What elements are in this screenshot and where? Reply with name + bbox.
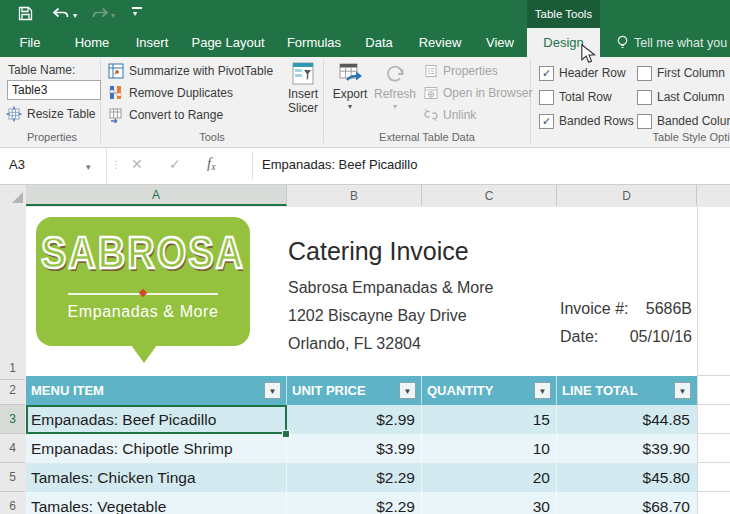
filter-button-quantity[interactable]: ▼: [534, 382, 551, 399]
cell-b4[interactable]: $3.99: [287, 434, 422, 463]
tab-review[interactable]: Review: [419, 28, 462, 57]
logo-title-text: SABROSA: [36, 228, 250, 279]
tab-insert[interactable]: Insert: [136, 28, 169, 57]
column-header-e[interactable]: [697, 185, 730, 206]
column-header-b[interactable]: B: [287, 185, 422, 206]
cell-b5[interactable]: $2.29: [287, 463, 422, 492]
tab-home[interactable]: Home: [75, 28, 110, 57]
filter-button-unit-price[interactable]: ▼: [399, 382, 416, 399]
ribbon-tab-row: File Home Insert Page Layout Formulas Da…: [0, 28, 730, 57]
cell-a6[interactable]: Tamales: Vegetable: [26, 492, 287, 514]
selected-cell-border: [26, 405, 287, 434]
address-line2: Orlando, FL 32804: [288, 335, 421, 353]
tellme-box[interactable]: Tell me what you w: [634, 28, 730, 57]
summarize-with-pivottable-button[interactable]: Summarize with PivotTable: [108, 62, 273, 80]
header-row-checkbox[interactable]: [539, 66, 554, 81]
formula-bar-grip: ⋮: [111, 159, 121, 170]
contextual-tab-label: Table Tools: [535, 8, 592, 20]
cell-a4[interactable]: Empanadas: Chipotle Shrimp: [26, 434, 287, 463]
remove-duplicates-button[interactable]: Remove Duplicates: [108, 84, 233, 102]
export-dropdown-caret: ▾: [348, 102, 352, 111]
row-header-5[interactable]: 5: [0, 463, 25, 492]
tab-file[interactable]: File: [20, 28, 41, 57]
last-column-checkbox[interactable]: [637, 90, 652, 105]
column-header-c[interactable]: C: [422, 185, 557, 206]
tab-data[interactable]: Data: [365, 28, 392, 57]
properties-group-label: Properties: [27, 131, 77, 143]
insert-function-icon[interactable]: fx: [207, 155, 216, 172]
tab-view[interactable]: View: [486, 28, 514, 57]
summarize-with-pivottable-label: Summarize with PivotTable: [129, 64, 273, 78]
insert-slicer-button[interactable]: Insert Slicer: [281, 61, 325, 115]
banded-rows-checkbox[interactable]: [539, 114, 554, 129]
cell-d5[interactable]: $45.80: [557, 463, 697, 492]
undo-icon[interactable]: [52, 8, 69, 21]
cell-a5[interactable]: Tamales: Chicken Tinga: [26, 463, 287, 492]
column-header-a[interactable]: A: [26, 185, 287, 206]
qat-customize-caret[interactable]: ▾: [133, 9, 137, 18]
row-header-1[interactable]: 1: [0, 207, 25, 380]
resize-table-button[interactable]: Resize Table: [6, 105, 95, 123]
refresh-dropdown-caret: ▾: [393, 102, 397, 111]
lightbulb-icon: [616, 35, 629, 50]
cell-d6[interactable]: $68.70: [557, 492, 697, 514]
cell-c4[interactable]: 10: [422, 434, 557, 463]
logo-subtitle: Empanadas & More: [67, 303, 218, 321]
selection-fill-handle[interactable]: [282, 430, 290, 438]
date-value: 05/10/16: [560, 328, 692, 346]
save-icon[interactable]: [18, 6, 33, 21]
external-properties-button: Properties: [424, 62, 498, 80]
redo-icon: [92, 8, 109, 21]
cell-c5[interactable]: 20: [422, 463, 557, 492]
total-row-checkbox[interactable]: [539, 90, 554, 105]
select-all-corner[interactable]: [0, 185, 27, 206]
convert-to-range-icon: [108, 107, 124, 123]
formula-bar-value[interactable]: Empanadas: Beef Picadillo: [262, 157, 417, 172]
table-style-options-group-label: Table Style Options: [653, 131, 730, 143]
refresh-icon: [383, 61, 407, 87]
row-header-3[interactable]: 3: [0, 405, 25, 434]
table-name-label: Table Name:: [8, 63, 75, 77]
filter-button-menu-item[interactable]: ▼: [264, 382, 281, 399]
name-box[interactable]: A3 ▾: [0, 148, 107, 183]
tab-page-layout[interactable]: Page Layout: [191, 28, 264, 57]
unlink-button: Unlink: [424, 106, 476, 124]
banded-columns-checkbox[interactable]: [637, 114, 652, 129]
mouse-cursor: [580, 44, 598, 64]
tab-formulas[interactable]: Formulas: [287, 28, 341, 57]
external-table-data-group-label: External Table Data: [379, 131, 475, 143]
invoice-title: Catering Invoice: [288, 237, 469, 266]
open-in-browser-icon: [424, 86, 438, 100]
insert-slicer-label-line2: Slicer: [288, 101, 318, 115]
excel-window: ▾ ▾ ▾ Table Tools File Home Insert Page …: [0, 0, 730, 514]
undo-dropdown-caret[interactable]: ▾: [73, 11, 77, 20]
cell-c3[interactable]: 15: [422, 405, 557, 434]
row-header-2[interactable]: 2: [0, 376, 25, 405]
external-properties-icon: [424, 64, 438, 78]
cell-b3[interactable]: $2.99: [287, 405, 422, 434]
row-header-4[interactable]: 4: [0, 434, 25, 463]
header-row-label: Header Row: [559, 66, 626, 80]
table-header-menu-item[interactable]: MENU ITEM: [26, 376, 287, 405]
table-name-input[interactable]: [7, 80, 101, 100]
convert-to-range-label: Convert to Range: [129, 108, 223, 122]
name-box-caret[interactable]: ▾: [86, 162, 91, 172]
open-in-browser-button: Open in Browser: [424, 84, 532, 102]
first-column-checkbox[interactable]: [637, 66, 652, 81]
unlink-icon: [424, 108, 438, 122]
logo-tail: [131, 345, 157, 363]
column-header-d[interactable]: D: [557, 185, 697, 206]
export-button[interactable]: Export ▾: [330, 61, 370, 111]
first-column-label: First Column: [657, 66, 725, 80]
filter-button-line-total[interactable]: ▼: [674, 382, 691, 399]
row-header-6[interactable]: 6: [0, 492, 25, 514]
tools-group-label: Tools: [199, 131, 225, 143]
enter-icon: ✓: [169, 156, 181, 172]
cell-c6[interactable]: 30: [422, 492, 557, 514]
cell-d4[interactable]: $39.90: [557, 434, 697, 463]
refresh-label: Refresh: [374, 87, 416, 101]
convert-to-range-button[interactable]: Convert to Range: [108, 106, 223, 124]
cell-b6[interactable]: $2.29: [287, 492, 422, 514]
export-label: Export: [333, 87, 368, 101]
cell-d3[interactable]: $44.85: [557, 405, 697, 434]
